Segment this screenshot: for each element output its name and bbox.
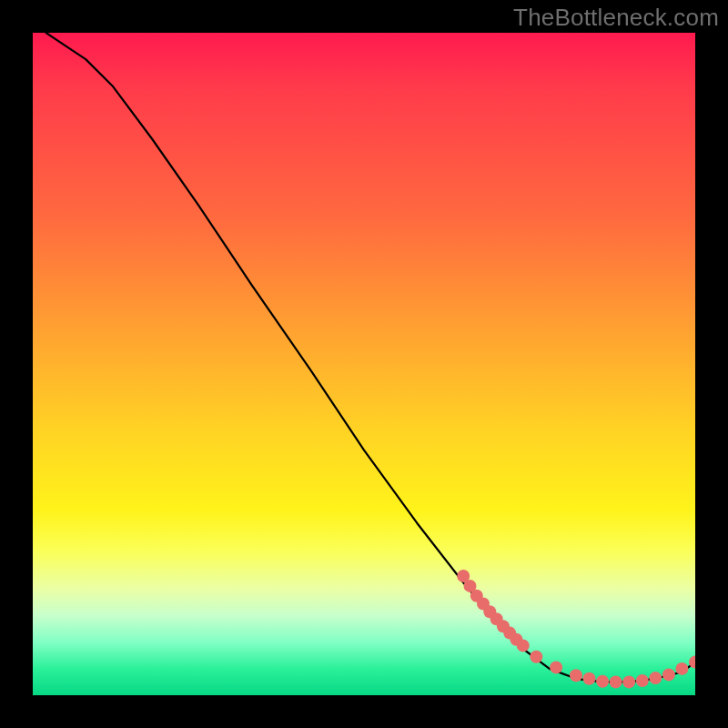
highlight-dot bbox=[530, 651, 542, 663]
chart-frame: TheBottleneck.com bbox=[0, 0, 728, 728]
chart-overlay bbox=[33, 33, 695, 695]
plot-area bbox=[33, 33, 695, 695]
highlight-dot bbox=[662, 668, 675, 681]
highlight-dot bbox=[517, 639, 530, 652]
highlight-dot bbox=[583, 672, 596, 685]
highlight-dot bbox=[622, 675, 635, 688]
highlight-dot bbox=[550, 661, 562, 673]
highlight-dot bbox=[636, 674, 649, 687]
bottleneck-curve bbox=[46, 33, 695, 682]
watermark-label: TheBottleneck.com bbox=[513, 4, 719, 32]
highlight-dot bbox=[649, 672, 662, 684]
highlight-dot bbox=[596, 675, 609, 688]
highlight-dot bbox=[570, 669, 582, 682]
highlight-dot bbox=[675, 662, 688, 675]
highlight-dot bbox=[610, 675, 622, 688]
highlight-dots-group bbox=[457, 570, 695, 688]
